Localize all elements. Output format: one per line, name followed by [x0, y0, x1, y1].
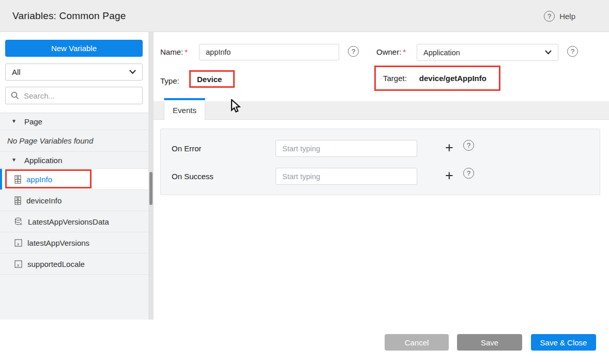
name-field-label: Name:* [160, 48, 188, 56]
svg-text:x: x [17, 241, 19, 246]
search-input[interactable] [24, 91, 137, 100]
chevron-down-icon [129, 70, 136, 74]
on-error-input[interactable] [276, 140, 417, 157]
name-input[interactable] [199, 44, 339, 60]
dialog-header: Variables: Common Page ? Help [0, 0, 609, 32]
save-and-close-button[interactable]: Save & Close [531, 334, 596, 351]
type-field-label: Type: [160, 76, 179, 85]
cancel-button[interactable]: Cancel [385, 334, 449, 351]
page-title: Variables: Common Page [12, 0, 126, 32]
sidebar-scrollbar-track[interactable] [148, 32, 154, 320]
array-variable-icon: x [14, 239, 22, 247]
required-asterisk: * [403, 48, 406, 56]
type-value: Device [197, 75, 222, 84]
annotation-box-type: Device [189, 70, 235, 88]
owner-selected-value: Application [423, 49, 460, 57]
tab-bar [154, 101, 609, 120]
owner-field-label: Owner:* [376, 48, 406, 56]
database-variable-icon [14, 217, 23, 226]
section-page-label: Page [24, 117, 42, 126]
object-variable-icon [14, 196, 21, 205]
variable-item-label: deviceInfo [26, 196, 62, 205]
help-icon: ? [544, 11, 555, 22]
object-variable-icon [14, 175, 21, 184]
on-error-help-icon[interactable]: ? [463, 140, 474, 151]
owner-select[interactable]: Application [417, 44, 558, 61]
tab-events[interactable]: Events [164, 98, 205, 120]
on-success-label: On Success [172, 172, 214, 181]
events-panel: On Error + ? On Success + ? [160, 129, 600, 195]
variable-detail-panel: Name:* ? Owner:* Application ? Type: Dev… [154, 32, 609, 364]
variables-sidebar: New Variable All ▼ Page No Page Variable… [0, 32, 154, 364]
variable-item-label: supportedLocale [27, 260, 85, 268]
name-help-icon[interactable]: ? [348, 46, 359, 57]
required-asterisk: * [185, 48, 188, 56]
new-variable-button[interactable]: New Variable [5, 40, 143, 57]
variable-item-latestappversionsdata[interactable]: LatestAppVersionsData [0, 211, 148, 232]
target-field-label: Target: [383, 74, 407, 83]
filter-selected-value: All [12, 68, 21, 76]
on-success-add-button[interactable]: + [443, 169, 456, 182]
variable-item-label: latestAppVersions [27, 239, 89, 247]
section-application-label: Application [24, 156, 62, 165]
variable-item-supportedlocale[interactable]: x supportedLocale [0, 254, 148, 275]
annotation-box-target: Target: device/getAppInfo [374, 66, 500, 91]
section-application[interactable]: ▼ Application [0, 152, 148, 169]
collapse-triangle-icon: ▼ [11, 119, 17, 124]
variable-item-label: appInfo [26, 175, 52, 184]
on-error-label: On Error [172, 144, 202, 153]
variable-list: ▼ Page No Page Variables found ▼ Applica… [0, 113, 148, 320]
variable-item-deviceinfo[interactable]: deviceInfo [0, 190, 148, 211]
on-success-help-icon[interactable]: ? [463, 168, 474, 179]
svg-text:x: x [17, 262, 19, 267]
collapse-triangle-icon: ▼ [11, 157, 17, 163]
variable-search [5, 87, 143, 104]
variable-filter-select[interactable]: All [5, 64, 143, 81]
help-label: Help [559, 12, 575, 21]
variable-item-latestappversions[interactable]: x latestAppVersions [0, 232, 148, 254]
variable-item-label: LatestAppVersionsData [28, 217, 109, 226]
no-page-variables-message: No Page Variables found [0, 130, 148, 152]
array-variable-icon: x [14, 260, 22, 268]
on-error-add-button[interactable]: + [443, 141, 456, 154]
owner-help-icon[interactable]: ? [567, 46, 578, 57]
variable-item-appinfo[interactable]: appInfo [0, 169, 148, 190]
save-button[interactable]: Save [457, 334, 522, 351]
help-button[interactable]: ? Help [544, 0, 575, 32]
chevron-down-icon [545, 50, 552, 55]
variables-dialog: Variables: Common Page ? Help New Variab… [0, 0, 609, 364]
tab-events-label: Events [173, 106, 196, 115]
target-value: device/getAppInfo [419, 74, 486, 83]
sidebar-scrollbar-thumb[interactable] [149, 172, 153, 205]
search-icon [11, 91, 19, 100]
on-success-input[interactable] [276, 168, 417, 185]
section-page[interactable]: ▼ Page [0, 113, 148, 130]
